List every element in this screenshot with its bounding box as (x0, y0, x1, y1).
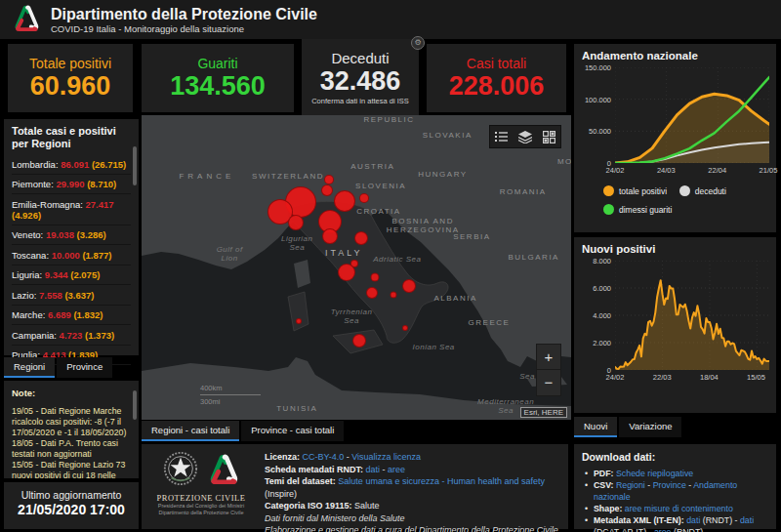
link[interactable]: CC-BY-4.0 (303, 452, 345, 462)
note-title: Note: (12, 388, 129, 398)
legend-item: deceduti (679, 185, 756, 196)
country-label: SLOVAKIA (423, 130, 473, 139)
legend-item: dimessi guariti (603, 204, 679, 215)
link[interactable]: aree (654, 527, 672, 532)
tab-province[interactable]: Province (57, 357, 112, 378)
y-tick: 2.000 (593, 339, 611, 348)
case-bubble-sardegna[interactable] (296, 318, 302, 324)
legend-label: totale positivi (619, 186, 667, 196)
case-bubble-basilicata[interactable] (390, 292, 397, 299)
stat-value: 60.960 (30, 71, 111, 101)
last-update-label: Ultimo aggiornamento (4, 489, 139, 501)
case-bubble-p-a-trento[interactable] (321, 184, 333, 196)
stat-totale-positivi: Totale positivi 60.960 (8, 44, 133, 112)
basemap-icon[interactable] (537, 126, 560, 147)
chart-title: Nuovi positivi (582, 243, 768, 255)
case-bubble-puglia[interactable] (402, 279, 416, 293)
stat-label: Totale positivi (29, 56, 111, 71)
download-title: Download dati: (582, 451, 768, 463)
zoom-out-button[interactable]: − (537, 370, 560, 395)
link[interactable]: dati (366, 465, 381, 474)
country-label: ALBANIA (433, 293, 476, 302)
link[interactable]: Regioni (616, 480, 645, 490)
legend-dot-icon (603, 185, 614, 196)
stat-label: Deceduti (331, 50, 389, 66)
chart-title: Andamento nazionale (582, 50, 768, 61)
x-tick: 15/05 (747, 373, 765, 382)
stat-guariti: Guariti 134.560 (142, 44, 294, 112)
logo-subtitle-1: Presidenza del Consiglio dei Ministri (149, 503, 253, 510)
page-subtitle: COVID-19 Italia - Monitoraggio della sit… (51, 23, 317, 34)
nuovi-tabs: Nuovi Variazione (574, 417, 681, 437)
case-bubble-toscana[interactable] (322, 228, 338, 244)
region-row: Toscana: 10.000 (1.877) (12, 245, 131, 266)
link[interactable]: dati (686, 515, 700, 525)
download-list: PDF: Schede riepilogativeCSV: Regioni - … (582, 468, 768, 532)
x-tick: 24/02 (606, 373, 625, 382)
case-bubble-lazio[interactable] (338, 264, 355, 281)
legend-icon[interactable] (490, 126, 514, 147)
case-bubble-marche[interactable] (354, 231, 368, 245)
country-label: BOSNIA AND HERZEGOVINA (387, 217, 460, 234)
country-label: MO (557, 156, 571, 165)
country-label: GREECE (469, 317, 511, 326)
tab-regioni-casi-totali[interactable]: Regioni - casi totali (142, 421, 239, 441)
regions-scrollbar[interactable] (133, 146, 137, 185)
tab-province-casi-totali[interactable]: Province - casi totali (241, 421, 344, 441)
license-line: Categoria ISO 19115: Salute (265, 500, 562, 512)
country-label: ROMANIA (500, 187, 547, 196)
y-tick: 6.000 (593, 284, 611, 293)
case-bubble-liguria[interactable] (288, 215, 304, 230)
country-label: REPUBLIC (363, 115, 414, 123)
case-bubble-p-a-bolzano[interactable] (324, 175, 334, 184)
link[interactable]: dati (740, 515, 754, 525)
link[interactable]: Visualizza licenza (351, 452, 421, 462)
case-bubble-abruzzo[interactable] (371, 272, 380, 281)
download-panel: Download dati: PDF: Schede riepilogative… (574, 444, 776, 529)
region-row: Emilia-Romagna: 27.417 (4.926) (12, 194, 131, 225)
nuovi-positivi-chart (615, 261, 769, 370)
republic-emblem-icon (162, 450, 199, 491)
x-axis: 24/0224/0322/0421/05 (615, 163, 768, 176)
note-line: 19/05 - Dati Regione Marche ricalcolo ca… (12, 406, 129, 438)
tab-regioni[interactable]: Regioni (4, 357, 55, 378)
case-bubble-friuli-venezia-giulia[interactable] (359, 193, 369, 203)
italy-map[interactable]: REPUBLICSLOVAKIAFRANCESWITZERLANDAUSTRIA… (142, 115, 571, 420)
sea-label: Gulf of Lion (217, 245, 243, 263)
case-bubble-campania[interactable] (366, 287, 378, 299)
widget-menu-icon[interactable]: ⚙ (411, 36, 425, 50)
x-tick: 22/03 (653, 373, 672, 382)
header: Dipartimento della Protezione Civile COV… (0, 0, 781, 39)
download-item: PDF: Schede riepilogative (582, 468, 768, 479)
note-scrollbar[interactable] (133, 390, 137, 420)
map-tabs: Regioni - casi totali Province - casi to… (142, 421, 344, 441)
page-title: Dipartimento della Protezione Civile (51, 6, 317, 23)
stat-value: 32.486 (320, 66, 401, 96)
x-tick: 24/02 (606, 166, 625, 175)
note-panel: Note: 19/05 - Dati Regione Marche ricalc… (4, 381, 139, 478)
license-panel: PROTEZIONE CIVILE Presidenza del Consigl… (142, 444, 568, 529)
case-bubble-calabria[interactable] (402, 325, 408, 331)
legend-label: dimessi guariti (619, 205, 672, 215)
link[interactable]: Province (653, 480, 686, 490)
case-bubble-veneto[interactable] (334, 190, 355, 212)
download-item: CSV: Regioni - Province - Andamento nazi… (582, 479, 768, 503)
license-line: Elaborazione e gestione dati a cura del … (265, 524, 562, 532)
last-update-value: 21/05/2020 17:00 (4, 502, 139, 517)
protezione-civile-emblem-icon (207, 453, 240, 488)
dashboard: Dipartimento della Protezione Civile COV… (0, 0, 781, 532)
link[interactable]: Schede riepilogative (616, 469, 693, 478)
link[interactable]: aree misure di contenimento (625, 504, 733, 513)
x-tick: 22/04 (708, 166, 726, 175)
link[interactable]: aree (388, 465, 405, 474)
tab-variazione[interactable]: Variazione (619, 417, 681, 437)
note-lines: 19/05 - Dati Regione Marche ricalcolo ca… (12, 406, 129, 478)
layers-icon[interactable] (514, 126, 537, 147)
stat-deceduti: Deceduti 32.486 Conferma dati in attesa … (302, 39, 419, 115)
y-tick: 8.000 (593, 257, 611, 266)
tab-nuovi[interactable]: Nuovi (574, 417, 617, 437)
zoom-in-button[interactable]: + (537, 345, 560, 370)
region-row: Lazio: 7.558 (3.637) (12, 285, 131, 306)
link[interactable]: Salute umana e sicurezza - Human health … (338, 476, 545, 486)
case-bubble-sicilia[interactable] (352, 334, 366, 348)
